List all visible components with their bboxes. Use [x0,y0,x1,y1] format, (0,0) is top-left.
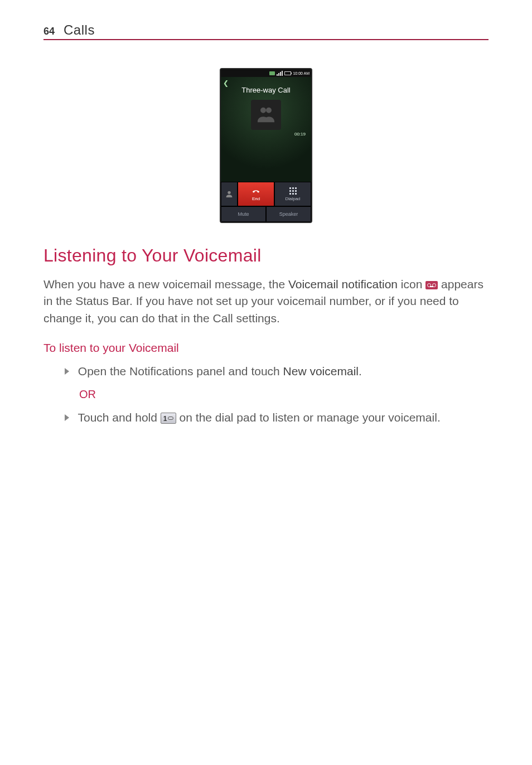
dialpad-icon [289,187,297,195]
call-screen: ❮ Three-way Call 00:19 [221,77,311,182]
end-label: End [252,196,260,201]
step-2: Touch and hold on the dial pad to listen… [43,409,489,427]
page-header: 64 Calls [43,22,489,40]
add-contact-button [221,182,238,206]
signal-icon [277,71,283,76]
back-icon: ❮ [223,79,229,87]
text: icon [401,278,425,290]
text: . [359,365,362,377]
battery-icon [284,71,291,75]
heading: Listening to Your Voicemail [43,245,489,266]
new-voicemail-term: New voicemail [283,365,359,377]
voicemail-status-icon [269,71,275,75]
text: Touch and hold [78,411,160,424]
subheading: To listen to your Voicemail [43,341,489,355]
voicemail-notification-icon [425,281,438,289]
end-call-button: End [238,182,274,206]
call-title: Three-way Call [221,77,311,94]
call-duration: 00:19 [294,132,306,137]
text: When you have a new voicemail message, t… [43,278,288,290]
phone-hangup-icon [251,187,261,195]
phone-screenshot: 10:00 AM ❮ Three-way Call 00:19 End [220,68,312,223]
section-title: Calls [64,22,95,38]
page-number: 64 [43,26,55,37]
text: Open the Notifications panel and touch [78,365,283,377]
contact-avatar-icon [251,100,281,130]
dialpad-key-1-icon [161,413,176,424]
step-1: Open the Notifications panel and touch N… [43,362,489,380]
dialpad-label: Dialpad [285,196,300,201]
speaker-button: Speaker [266,206,311,222]
voicemail-notification-term: Voicemail notification [288,278,398,290]
dialpad-button: Dialpad [274,182,311,206]
bullet-arrow-icon [65,414,69,421]
svg-point-0 [228,191,230,194]
or-separator: OR [79,388,489,401]
phone-status-bar: 10:00 AM [221,69,311,77]
bullet-arrow-icon [65,368,69,375]
intro-paragraph: When you have a new voicemail message, t… [43,276,489,327]
status-clock: 10:00 AM [293,71,309,75]
mute-button: Mute [221,206,266,222]
text: on the dial pad to listen or manage your… [180,411,441,424]
